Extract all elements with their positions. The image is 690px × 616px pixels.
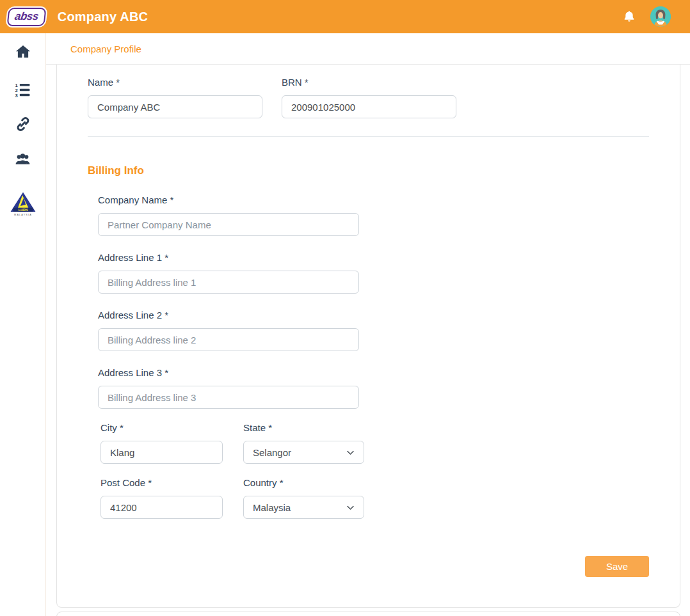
- lhdn-malaysia-logo: LHDN MALAYSIA: [10, 191, 36, 218]
- app-title: Company ABC: [58, 10, 148, 24]
- address-line-3-label: Address Line 3 *: [98, 367, 649, 379]
- country-select[interactable]: Malaysia: [243, 496, 364, 519]
- brn-label: BRN *: [282, 77, 456, 88]
- avatar-image: [650, 6, 671, 27]
- address-line-3-field-group: Address Line 3 *: [98, 367, 649, 409]
- home-icon: [15, 43, 31, 60]
- city-field-group: City *: [100, 422, 223, 464]
- country-select-value: Malaysia: [253, 502, 291, 513]
- abss-logo-text: abss: [13, 10, 39, 23]
- city-label: City *: [100, 422, 223, 434]
- sidebar-item-lhdn[interactable]: LHDN MALAYSIA: [9, 191, 37, 219]
- breadcrumb[interactable]: Company Profile: [70, 43, 141, 54]
- form-actions: Save: [88, 556, 649, 577]
- address-line-2-input[interactable]: [98, 328, 359, 351]
- billing-info-heading: Billing Info: [88, 164, 649, 177]
- company-name-field-group: Company Name *: [98, 194, 649, 236]
- state-select-value: Selangor: [253, 447, 291, 458]
- city-input[interactable]: [100, 441, 223, 464]
- sidebar-item-home[interactable]: [10, 39, 36, 65]
- postcode-country-row: Post Code * Country * Malaysia: [100, 477, 649, 519]
- app-header: abss Company ABC: [0, 0, 690, 33]
- bell-icon: [622, 10, 636, 24]
- address-line-1-field-group: Address Line 1 *: [98, 252, 649, 294]
- name-label: Name *: [88, 77, 262, 88]
- address-line-1-input[interactable]: [98, 271, 359, 294]
- ordered-list-icon: 1 2 3: [15, 83, 31, 99]
- content-area: Name * BRN * Billing Info Company Name *…: [46, 65, 690, 616]
- section-divider: [88, 136, 649, 137]
- svg-text:LHDN: LHDN: [18, 208, 28, 212]
- company-name-label: Company Name *: [98, 194, 649, 206]
- link-icon: [15, 116, 31, 132]
- address-line-2-field-group: Address Line 2 *: [98, 310, 649, 351]
- country-label: Country *: [243, 477, 364, 489]
- save-button[interactable]: Save: [585, 556, 649, 577]
- state-field-group: State * Selangor: [243, 422, 364, 464]
- sidebar-item-users[interactable]: [10, 146, 36, 171]
- company-name-input[interactable]: [98, 213, 359, 236]
- sidebar: 1 2 3: [0, 33, 46, 616]
- state-select[interactable]: Selangor: [243, 441, 364, 464]
- notifications-button[interactable]: [622, 10, 636, 24]
- svg-text:MALAYSIA: MALAYSIA: [14, 214, 32, 216]
- abss-logo[interactable]: abss: [6, 8, 46, 26]
- country-field-group: Country * Malaysia: [243, 477, 364, 519]
- users-icon: [14, 150, 31, 168]
- address-line-2-label: Address Line 2 *: [98, 310, 649, 321]
- sidebar-item-ordered-list[interactable]: 1 2 3: [10, 77, 36, 103]
- company-profile-card: Name * BRN * Billing Info Company Name *…: [56, 65, 680, 608]
- name-field-group: Name *: [88, 77, 262, 118]
- name-input[interactable]: [88, 95, 262, 118]
- app-root: abss Company ABC: [0, 0, 690, 616]
- city-state-row: City * State * Selangor: [100, 422, 649, 464]
- address-line-1-label: Address Line 1 *: [98, 252, 649, 264]
- header-actions: [622, 6, 690, 27]
- brn-field-group: BRN *: [282, 77, 456, 118]
- breadcrumb-bar: Company Profile: [46, 33, 690, 65]
- chevron-down-icon: [346, 448, 355, 457]
- billing-section: Company Name * Address Line 1 * Address …: [98, 194, 649, 519]
- sidebar-item-link[interactable]: [10, 111, 36, 137]
- user-avatar[interactable]: [650, 6, 671, 27]
- post-code-label: Post Code *: [100, 477, 223, 489]
- address-line-3-input[interactable]: [98, 386, 359, 409]
- post-code-field-group: Post Code *: [100, 477, 223, 519]
- svg-text:3: 3: [15, 93, 18, 99]
- brn-input[interactable]: [282, 95, 456, 118]
- post-code-input[interactable]: [100, 496, 223, 519]
- next-section-card: [56, 612, 680, 616]
- name-brn-row: Name * BRN *: [88, 65, 649, 118]
- state-label: State *: [243, 422, 364, 434]
- chevron-down-icon: [346, 503, 355, 512]
